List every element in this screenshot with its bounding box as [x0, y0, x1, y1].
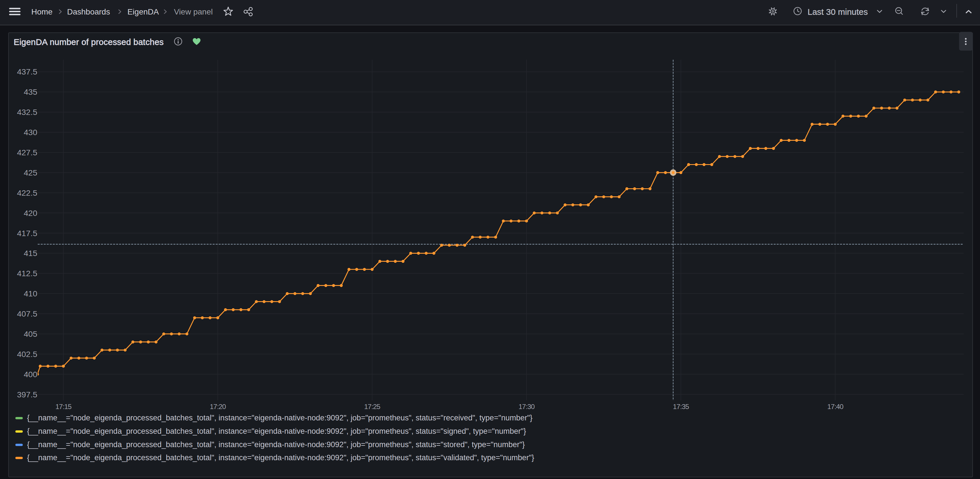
svg-text:425: 425 [24, 168, 37, 177]
svg-text:17:20: 17:20 [210, 403, 226, 411]
svg-text:17:30: 17:30 [519, 403, 535, 411]
svg-text:402.5: 402.5 [17, 350, 37, 359]
svg-text:437.5: 437.5 [17, 67, 37, 76]
svg-text:435: 435 [24, 87, 37, 97]
svg-text:432.5: 432.5 [17, 108, 37, 117]
svg-text:400: 400 [24, 370, 37, 379]
svg-text:17:35: 17:35 [673, 403, 689, 411]
svg-text:17:25: 17:25 [364, 403, 380, 411]
svg-text:412.5: 412.5 [17, 269, 37, 278]
svg-text:422.5: 422.5 [17, 188, 37, 197]
svg-text:17:15: 17:15 [56, 403, 72, 411]
svg-text:410: 410 [24, 289, 37, 298]
svg-text:17:40: 17:40 [827, 403, 843, 411]
svg-text:417.5: 417.5 [17, 229, 37, 238]
svg-text:407.5: 407.5 [17, 309, 37, 318]
svg-text:427.5: 427.5 [17, 148, 37, 157]
svg-text:420: 420 [24, 208, 37, 217]
svg-text:405: 405 [24, 329, 37, 338]
svg-text:397.5: 397.5 [17, 390, 37, 399]
svg-text:415: 415 [24, 249, 37, 258]
svg-text:430: 430 [24, 128, 37, 137]
